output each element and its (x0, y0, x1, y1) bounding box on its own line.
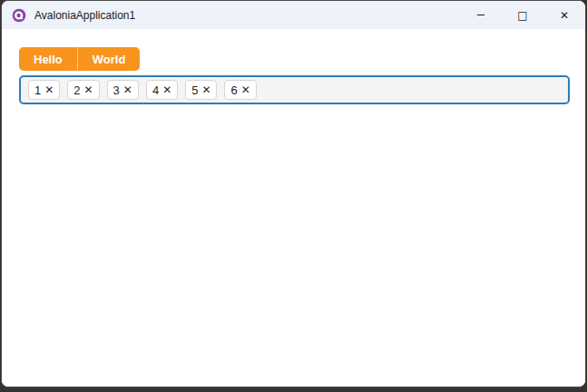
chip-label: 2 (73, 84, 80, 96)
chip: 2 ✕ (67, 80, 99, 100)
chip-remove-icon[interactable]: ✕ (162, 84, 171, 95)
tab[interactable]: Hello (19, 47, 77, 71)
minimize-icon[interactable]: ─ (460, 1, 502, 29)
chip-remove-icon[interactable]: ✕ (241, 84, 250, 95)
app-window: AvaloniaApplication1 ─ □ ✕ Hello World 1 (1, 0, 586, 387)
chip: 5 ✕ (185, 80, 217, 100)
titlebar: AvaloniaApplication1 ─ □ ✕ (2, 1, 585, 29)
chip-label: 1 (34, 84, 41, 96)
chip-label: 5 (191, 84, 198, 96)
content-area: Hello World 1 ✕ 2 ✕ 3 (2, 29, 585, 387)
tab-label: World (93, 53, 126, 66)
chip-label: 6 (230, 84, 237, 96)
chip: 4 ✕ (146, 80, 178, 100)
chip-remove-icon[interactable]: ✕ (84, 84, 93, 95)
tab-strip: Hello World (19, 47, 140, 71)
maximize-icon[interactable]: □ (502, 1, 543, 29)
tab-label: Hello (34, 53, 63, 66)
chip: 3 ✕ (107, 80, 139, 100)
close-icon[interactable]: ✕ (543, 1, 585, 29)
tab[interactable]: World (77, 47, 141, 71)
chip: 6 ✕ (224, 80, 256, 100)
avalonia-logo-icon (12, 8, 26, 23)
chip-remove-icon[interactable]: ✕ (123, 84, 132, 95)
chip-remove-icon[interactable]: ✕ (44, 84, 54, 95)
chip-label: 4 (152, 84, 159, 96)
chip-input-bar[interactable]: 1 ✕ 2 ✕ 3 ✕ 4 ✕ 5 (19, 75, 570, 104)
window-title: AvaloniaApplication1 (34, 9, 135, 22)
chip-remove-icon[interactable]: ✕ (201, 84, 210, 95)
chip: 1 ✕ (28, 80, 60, 100)
chip-label: 3 (113, 84, 120, 96)
